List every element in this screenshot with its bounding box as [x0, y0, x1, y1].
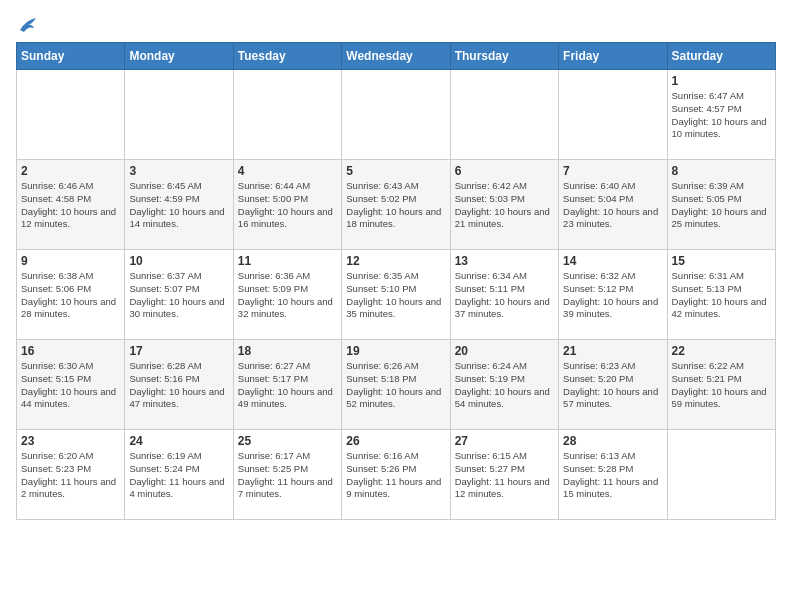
day-info: Sunrise: 6:19 AMSunset: 5:24 PMDaylight:… [129, 450, 228, 501]
calendar-week-4: 16Sunrise: 6:30 AMSunset: 5:15 PMDayligh… [17, 340, 776, 430]
weekday-header-wednesday: Wednesday [342, 43, 450, 70]
day-info: Sunrise: 6:24 AMSunset: 5:19 PMDaylight:… [455, 360, 554, 411]
calendar-cell: 26Sunrise: 6:16 AMSunset: 5:26 PMDayligh… [342, 430, 450, 520]
calendar-cell: 23Sunrise: 6:20 AMSunset: 5:23 PMDayligh… [17, 430, 125, 520]
calendar-cell: 14Sunrise: 6:32 AMSunset: 5:12 PMDayligh… [559, 250, 667, 340]
calendar-week-3: 9Sunrise: 6:38 AMSunset: 5:06 PMDaylight… [17, 250, 776, 340]
calendar-cell: 24Sunrise: 6:19 AMSunset: 5:24 PMDayligh… [125, 430, 233, 520]
calendar-cell: 8Sunrise: 6:39 AMSunset: 5:05 PMDaylight… [667, 160, 775, 250]
day-number: 21 [563, 344, 662, 358]
calendar-cell [125, 70, 233, 160]
day-info: Sunrise: 6:20 AMSunset: 5:23 PMDaylight:… [21, 450, 120, 501]
calendar-cell: 9Sunrise: 6:38 AMSunset: 5:06 PMDaylight… [17, 250, 125, 340]
day-number: 3 [129, 164, 228, 178]
day-info: Sunrise: 6:45 AMSunset: 4:59 PMDaylight:… [129, 180, 228, 231]
day-number: 4 [238, 164, 337, 178]
page-header [16, 16, 776, 34]
calendar-cell: 7Sunrise: 6:40 AMSunset: 5:04 PMDaylight… [559, 160, 667, 250]
calendar-cell: 25Sunrise: 6:17 AMSunset: 5:25 PMDayligh… [233, 430, 341, 520]
day-info: Sunrise: 6:27 AMSunset: 5:17 PMDaylight:… [238, 360, 337, 411]
day-info: Sunrise: 6:36 AMSunset: 5:09 PMDaylight:… [238, 270, 337, 321]
day-number: 22 [672, 344, 771, 358]
day-info: Sunrise: 6:32 AMSunset: 5:12 PMDaylight:… [563, 270, 662, 321]
calendar-header-row: SundayMondayTuesdayWednesdayThursdayFrid… [17, 43, 776, 70]
logo [16, 16, 38, 34]
day-number: 11 [238, 254, 337, 268]
calendar-cell: 28Sunrise: 6:13 AMSunset: 5:28 PMDayligh… [559, 430, 667, 520]
calendar-cell: 2Sunrise: 6:46 AMSunset: 4:58 PMDaylight… [17, 160, 125, 250]
weekday-header-saturday: Saturday [667, 43, 775, 70]
day-number: 27 [455, 434, 554, 448]
calendar-cell [559, 70, 667, 160]
calendar-cell: 1Sunrise: 6:47 AMSunset: 4:57 PMDaylight… [667, 70, 775, 160]
day-info: Sunrise: 6:17 AMSunset: 5:25 PMDaylight:… [238, 450, 337, 501]
day-info: Sunrise: 6:46 AMSunset: 4:58 PMDaylight:… [21, 180, 120, 231]
day-info: Sunrise: 6:15 AMSunset: 5:27 PMDaylight:… [455, 450, 554, 501]
day-number: 7 [563, 164, 662, 178]
calendar-cell: 6Sunrise: 6:42 AMSunset: 5:03 PMDaylight… [450, 160, 558, 250]
day-number: 9 [21, 254, 120, 268]
calendar-cell [667, 430, 775, 520]
calendar-cell: 17Sunrise: 6:28 AMSunset: 5:16 PMDayligh… [125, 340, 233, 430]
day-info: Sunrise: 6:13 AMSunset: 5:28 PMDaylight:… [563, 450, 662, 501]
weekday-header-tuesday: Tuesday [233, 43, 341, 70]
calendar-cell: 5Sunrise: 6:43 AMSunset: 5:02 PMDaylight… [342, 160, 450, 250]
calendar-cell: 18Sunrise: 6:27 AMSunset: 5:17 PMDayligh… [233, 340, 341, 430]
day-number: 24 [129, 434, 228, 448]
calendar-cell [233, 70, 341, 160]
day-info: Sunrise: 6:31 AMSunset: 5:13 PMDaylight:… [672, 270, 771, 321]
day-info: Sunrise: 6:43 AMSunset: 5:02 PMDaylight:… [346, 180, 445, 231]
day-number: 20 [455, 344, 554, 358]
calendar-cell: 3Sunrise: 6:45 AMSunset: 4:59 PMDaylight… [125, 160, 233, 250]
weekday-header-sunday: Sunday [17, 43, 125, 70]
calendar-week-2: 2Sunrise: 6:46 AMSunset: 4:58 PMDaylight… [17, 160, 776, 250]
weekday-header-monday: Monday [125, 43, 233, 70]
calendar-cell: 4Sunrise: 6:44 AMSunset: 5:00 PMDaylight… [233, 160, 341, 250]
calendar-cell: 19Sunrise: 6:26 AMSunset: 5:18 PMDayligh… [342, 340, 450, 430]
day-info: Sunrise: 6:40 AMSunset: 5:04 PMDaylight:… [563, 180, 662, 231]
day-number: 10 [129, 254, 228, 268]
day-number: 12 [346, 254, 445, 268]
calendar-cell [342, 70, 450, 160]
day-info: Sunrise: 6:16 AMSunset: 5:26 PMDaylight:… [346, 450, 445, 501]
day-info: Sunrise: 6:42 AMSunset: 5:03 PMDaylight:… [455, 180, 554, 231]
day-number: 5 [346, 164, 445, 178]
day-info: Sunrise: 6:47 AMSunset: 4:57 PMDaylight:… [672, 90, 771, 141]
day-number: 18 [238, 344, 337, 358]
calendar-cell: 27Sunrise: 6:15 AMSunset: 5:27 PMDayligh… [450, 430, 558, 520]
day-number: 14 [563, 254, 662, 268]
day-number: 23 [21, 434, 120, 448]
day-number: 25 [238, 434, 337, 448]
day-info: Sunrise: 6:39 AMSunset: 5:05 PMDaylight:… [672, 180, 771, 231]
day-number: 28 [563, 434, 662, 448]
day-info: Sunrise: 6:23 AMSunset: 5:20 PMDaylight:… [563, 360, 662, 411]
calendar-cell: 16Sunrise: 6:30 AMSunset: 5:15 PMDayligh… [17, 340, 125, 430]
calendar-cell: 21Sunrise: 6:23 AMSunset: 5:20 PMDayligh… [559, 340, 667, 430]
day-info: Sunrise: 6:30 AMSunset: 5:15 PMDaylight:… [21, 360, 120, 411]
day-number: 6 [455, 164, 554, 178]
calendar-cell [450, 70, 558, 160]
day-info: Sunrise: 6:38 AMSunset: 5:06 PMDaylight:… [21, 270, 120, 321]
calendar-week-1: 1Sunrise: 6:47 AMSunset: 4:57 PMDaylight… [17, 70, 776, 160]
calendar-cell: 10Sunrise: 6:37 AMSunset: 5:07 PMDayligh… [125, 250, 233, 340]
calendar-cell: 12Sunrise: 6:35 AMSunset: 5:10 PMDayligh… [342, 250, 450, 340]
calendar-cell: 11Sunrise: 6:36 AMSunset: 5:09 PMDayligh… [233, 250, 341, 340]
day-info: Sunrise: 6:37 AMSunset: 5:07 PMDaylight:… [129, 270, 228, 321]
day-number: 19 [346, 344, 445, 358]
weekday-header-friday: Friday [559, 43, 667, 70]
day-number: 1 [672, 74, 771, 88]
day-number: 16 [21, 344, 120, 358]
day-number: 2 [21, 164, 120, 178]
day-info: Sunrise: 6:28 AMSunset: 5:16 PMDaylight:… [129, 360, 228, 411]
day-info: Sunrise: 6:26 AMSunset: 5:18 PMDaylight:… [346, 360, 445, 411]
logo-bird-icon [18, 16, 38, 34]
day-info: Sunrise: 6:35 AMSunset: 5:10 PMDaylight:… [346, 270, 445, 321]
calendar-week-5: 23Sunrise: 6:20 AMSunset: 5:23 PMDayligh… [17, 430, 776, 520]
day-info: Sunrise: 6:44 AMSunset: 5:00 PMDaylight:… [238, 180, 337, 231]
calendar-cell: 22Sunrise: 6:22 AMSunset: 5:21 PMDayligh… [667, 340, 775, 430]
calendar-table: SundayMondayTuesdayWednesdayThursdayFrid… [16, 42, 776, 520]
calendar-cell: 15Sunrise: 6:31 AMSunset: 5:13 PMDayligh… [667, 250, 775, 340]
day-number: 17 [129, 344, 228, 358]
day-info: Sunrise: 6:34 AMSunset: 5:11 PMDaylight:… [455, 270, 554, 321]
day-number: 15 [672, 254, 771, 268]
